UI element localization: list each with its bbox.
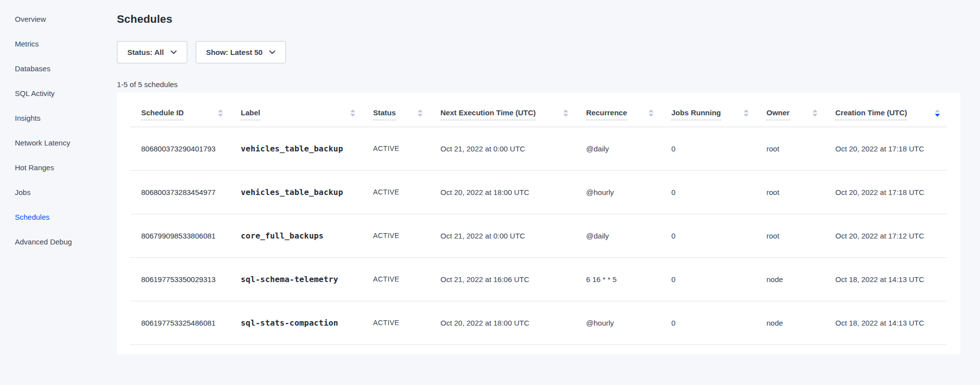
sort-arrows-icon[interactable]	[418, 109, 423, 117]
column-header-status[interactable]: Status	[362, 93, 430, 127]
schedule-id-cell: 806197753325486081	[130, 301, 230, 344]
jobs-running-cell: 0	[660, 301, 756, 344]
next-execution-cell: Oct 20, 2022 at 18:00 UTC	[430, 170, 575, 214]
next-execution-cell: Oct 20, 2022 at 18:00 UTC	[430, 301, 575, 344]
status-cell: ACTIVE	[362, 301, 430, 344]
sidebar-item-sql-activity[interactable]: SQL Activity	[15, 89, 117, 114]
sidebar-item-jobs[interactable]: Jobs	[15, 188, 117, 213]
sidebar-item-label: Advanced Debug	[15, 238, 72, 246]
sidebar-item-insights[interactable]: Insights	[15, 114, 117, 139]
jobs-running-cell: 0	[660, 257, 756, 301]
column-header-schedule-id[interactable]: Schedule ID	[130, 93, 230, 127]
column-header-label: Recurrence	[586, 109, 627, 120]
schedule-id-cell: 806800373283454977	[130, 170, 230, 214]
owner-cell: node	[756, 257, 824, 301]
table-row: 806800373283454977 vehicles_table_backup…	[130, 170, 947, 214]
sidebar-item-schedules[interactable]: Schedules	[15, 213, 117, 238]
chevron-down-icon	[170, 50, 177, 54]
page-title: Schedules	[117, 13, 960, 26]
recurrence-cell: @hourly	[575, 301, 660, 344]
sort-arrows-icon[interactable]	[744, 109, 749, 117]
schedules-table: Schedule ID Label Status Next Execution …	[130, 93, 947, 345]
schedule-id-cell: 806197753350029313	[130, 257, 230, 301]
sidebar-item-advanced-debug[interactable]: Advanced Debug	[15, 238, 117, 262]
schedule-label: vehicles_table_backup	[241, 188, 343, 197]
sidebar-item-label: Databases	[15, 64, 51, 73]
label-cell: vehicles_table_backup	[230, 170, 362, 214]
sidebar-item-label: Network Latency	[15, 139, 70, 147]
column-header-label: Owner	[766, 109, 790, 120]
sidebar-item-label: Hot Ranges	[15, 163, 54, 172]
column-header-label: Creation Time (UTC)	[835, 109, 907, 120]
column-header-label: Schedule ID	[141, 109, 184, 120]
sidebar-item-hot-ranges[interactable]: Hot Ranges	[15, 163, 117, 188]
show-filter-dropdown[interactable]: Show: Latest 50	[196, 41, 286, 63]
status-cell: ACTIVE	[362, 214, 430, 257]
sort-arrows-icon[interactable]	[350, 109, 355, 117]
table-row: 806197753350029313 sql-schema-telemetry …	[130, 257, 947, 301]
column-header-recurrence[interactable]: Recurrence	[575, 93, 660, 127]
status-cell: ACTIVE	[362, 257, 430, 301]
next-execution-cell: Oct 21, 2022 at 0:00 UTC	[430, 214, 575, 257]
label-cell: sql-schema-telemetry	[230, 257, 362, 301]
column-header-label: Label	[241, 109, 260, 120]
sort-arrows-icon[interactable]	[935, 109, 940, 117]
column-header-label[interactable]: Label	[230, 93, 362, 127]
sidebar-nav-list: Overview Metrics Databases SQL Activity …	[15, 15, 117, 262]
next-execution-cell: Oct 21, 2022 at 16:06 UTC	[430, 257, 575, 301]
creation-time-cell: Oct 18, 2022 at 14:13 UTC	[824, 301, 947, 344]
results-count: 1-5 of 5 schedules	[117, 80, 960, 89]
label-cell: sql-stats-compaction	[230, 301, 362, 344]
sidebar: Overview Metrics Databases SQL Activity …	[0, 0, 117, 385]
recurrence-cell: 6 16 * * 5	[575, 257, 660, 301]
sidebar-item-network-latency[interactable]: Network Latency	[15, 139, 117, 163]
next-execution-cell: Oct 21, 2022 at 0:00 UTC	[430, 127, 575, 170]
creation-time-cell: Oct 20, 2022 at 17:18 UTC	[824, 170, 947, 214]
owner-cell: root	[756, 127, 824, 170]
sidebar-item-label: Metrics	[15, 40, 39, 48]
jobs-running-cell: 0	[660, 170, 756, 214]
sort-arrows-icon[interactable]	[649, 109, 653, 117]
column-header-next-execution[interactable]: Next Execution Time (UTC)	[430, 93, 575, 127]
chevron-down-icon	[269, 50, 275, 54]
sidebar-item-metrics[interactable]: Metrics	[15, 40, 117, 64]
sort-arrows-icon[interactable]	[813, 109, 817, 117]
sidebar-item-label: Overview	[15, 15, 46, 23]
column-header-creation-time[interactable]: Creation Time (UTC)	[824, 93, 947, 127]
creation-time-cell: Oct 20, 2022 at 17:12 UTC	[824, 214, 947, 257]
schedule-id-cell: 806800373290401793	[130, 127, 230, 170]
sidebar-item-overview[interactable]: Overview	[15, 15, 117, 40]
schedule-label: sql-schema-telemetry	[241, 275, 338, 284]
sort-arrows-icon[interactable]	[218, 109, 223, 117]
recurrence-cell: @daily	[575, 214, 660, 257]
owner-cell: root	[756, 214, 824, 257]
table-row: 806799098533806081 core_full_backups ACT…	[130, 214, 947, 257]
schedule-label: core_full_backups	[241, 231, 324, 241]
status-cell: ACTIVE	[362, 127, 430, 170]
table-row: 806197753325486081 sql-stats-compaction …	[130, 301, 947, 344]
filters-bar: Status: All Show: Latest 50	[117, 41, 960, 63]
label-cell: vehicles_table_backup	[230, 127, 362, 170]
recurrence-cell: @hourly	[575, 170, 660, 214]
sidebar-item-label: Schedules	[15, 213, 50, 221]
main-content: Schedules Status: All Show: Latest 50 1-…	[117, 0, 960, 385]
status-filter-dropdown[interactable]: Status: All	[117, 41, 187, 63]
recurrence-cell: @daily	[575, 127, 660, 170]
creation-time-cell: Oct 18, 2022 at 14:13 UTC	[824, 257, 947, 301]
jobs-running-cell: 0	[660, 127, 756, 170]
column-header-label: Status	[373, 109, 396, 120]
label-cell: core_full_backups	[230, 214, 362, 257]
column-header-label: Next Execution Time (UTC)	[440, 109, 536, 120]
owner-cell: node	[756, 301, 824, 344]
column-header-jobs-running[interactable]: Jobs Running	[660, 93, 756, 127]
sidebar-item-databases[interactable]: Databases	[15, 64, 117, 89]
status-cell: ACTIVE	[362, 170, 430, 214]
owner-cell: root	[756, 170, 824, 214]
column-header-owner[interactable]: Owner	[756, 93, 824, 127]
show-filter-label: Show: Latest 50	[206, 48, 263, 56]
column-header-label: Jobs Running	[671, 109, 721, 120]
sidebar-item-label: SQL Activity	[15, 89, 54, 97]
sort-arrows-icon[interactable]	[563, 109, 568, 117]
status-filter-label: Status: All	[127, 48, 164, 56]
schedule-id-cell: 806799098533806081	[130, 214, 230, 257]
